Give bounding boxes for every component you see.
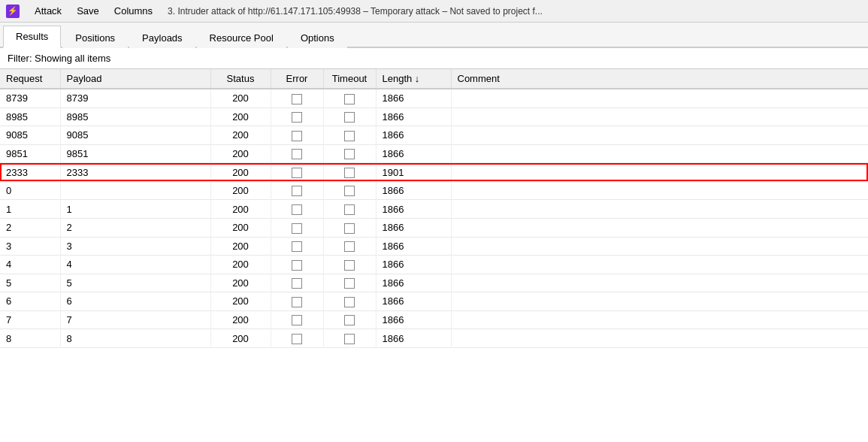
cell-comment (451, 107, 868, 126)
col-header-error[interactable]: Error (271, 69, 323, 89)
cell-request: 1 (0, 200, 60, 219)
cell-payload: 4 (60, 256, 210, 274)
tab-positions[interactable]: Positions (62, 27, 128, 48)
table-row[interactable]: 112001866 (0, 200, 868, 219)
cell-payload: 6 (60, 292, 210, 311)
table-row[interactable]: 898589852001866 (0, 107, 868, 126)
table-row[interactable]: 442001866 (0, 256, 868, 274)
cell-payload: 9851 (60, 144, 210, 163)
cell-timeout (323, 89, 376, 107)
cell-length: 1866 (376, 144, 451, 163)
cell-length: 1901 (376, 163, 451, 182)
cell-comment (451, 89, 868, 107)
filter-bar: Filter: Showing all items (0, 48, 868, 69)
cell-length: 1866 (376, 89, 451, 107)
cell-error (271, 126, 323, 145)
cell-error (271, 144, 323, 163)
cell-comment (451, 237, 868, 256)
cell-comment (451, 329, 868, 348)
cell-request: 2 (0, 218, 60, 237)
table-row[interactable]: 552001866 (0, 274, 868, 292)
table-row[interactable]: 222001866 (0, 218, 868, 237)
table-row[interactable]: 233323332001901 (0, 163, 868, 182)
col-header-length[interactable]: Length ↓ (376, 69, 451, 89)
cell-request: 5 (0, 274, 60, 292)
cell-length: 1866 (376, 126, 451, 145)
cell-timeout (323, 181, 376, 200)
cell-status: 200 (210, 181, 271, 200)
cell-length: 1866 (376, 329, 451, 348)
col-header-request[interactable]: Request (0, 69, 60, 89)
menu-attack[interactable]: Attack (29, 4, 68, 18)
cell-status: 200 (210, 292, 271, 311)
cell-payload: 1 (60, 200, 210, 219)
table-row[interactable]: 02001866 (0, 181, 868, 200)
cell-status: 200 (210, 163, 271, 182)
cell-error (271, 256, 323, 274)
cell-payload: 2333 (60, 163, 210, 182)
cell-length: 1866 (376, 107, 451, 126)
cell-status: 200 (210, 107, 271, 126)
cell-error (271, 107, 323, 126)
cell-payload: 8 (60, 329, 210, 348)
cell-request: 7 (0, 310, 60, 329)
table-row[interactable]: 985198512001866 (0, 144, 868, 163)
menu-bar: Attack Save Columns (29, 4, 159, 18)
cell-request: 8 (0, 329, 60, 348)
cell-length: 1866 (376, 200, 451, 219)
cell-timeout (323, 144, 376, 163)
results-table-container[interactable]: Request Payload Status Error Timeout Len… (0, 69, 868, 442)
window-title: 3. Intruder attack of http://61.147.171.… (168, 6, 862, 17)
cell-request: 6 (0, 292, 60, 311)
cell-timeout (323, 200, 376, 219)
tab-payloads[interactable]: Payloads (129, 27, 195, 48)
cell-length: 1866 (376, 237, 451, 256)
cell-timeout (323, 126, 376, 145)
cell-comment (451, 310, 868, 329)
table-row[interactable]: 332001866 (0, 237, 868, 256)
cell-comment (451, 274, 868, 292)
cell-payload: 3 (60, 237, 210, 256)
results-table: Request Payload Status Error Timeout Len… (0, 69, 868, 348)
table-row[interactable]: 908590852001866 (0, 126, 868, 145)
cell-error (271, 274, 323, 292)
cell-comment (451, 144, 868, 163)
cell-timeout (323, 310, 376, 329)
cell-comment (451, 200, 868, 219)
cell-length: 1866 (376, 274, 451, 292)
cell-timeout (323, 237, 376, 256)
col-header-timeout[interactable]: Timeout (323, 69, 376, 89)
cell-error (271, 200, 323, 219)
cell-status: 200 (210, 89, 271, 107)
table-row[interactable]: 662001866 (0, 292, 868, 311)
cell-request: 9085 (0, 126, 60, 145)
menu-columns[interactable]: Columns (108, 4, 159, 18)
table-row[interactable]: 873987392001866 (0, 89, 868, 107)
table-row[interactable]: 772001866 (0, 310, 868, 329)
cell-request: 8985 (0, 107, 60, 126)
cell-request: 9851 (0, 144, 60, 163)
cell-length: 1866 (376, 292, 451, 311)
col-header-comment[interactable]: Comment (451, 69, 868, 89)
tab-results[interactable]: Results (3, 26, 61, 48)
cell-timeout (323, 274, 376, 292)
cell-status: 200 (210, 144, 271, 163)
cell-payload: 7 (60, 310, 210, 329)
tab-options[interactable]: Options (288, 27, 347, 48)
cell-length: 1866 (376, 218, 451, 237)
cell-comment (451, 218, 868, 237)
cell-payload: 2 (60, 218, 210, 237)
cell-timeout (323, 163, 376, 182)
title-bar: ⚡ Attack Save Columns 3. Intruder attack… (0, 0, 868, 23)
col-header-status[interactable]: Status (210, 69, 271, 89)
menu-save[interactable]: Save (71, 4, 105, 18)
cell-error (271, 237, 323, 256)
cell-payload: 5 (60, 274, 210, 292)
cell-timeout (323, 256, 376, 274)
cell-error (271, 310, 323, 329)
col-header-payload[interactable]: Payload (60, 69, 210, 89)
tab-resource-pool[interactable]: Resource Pool (197, 27, 286, 48)
table-row[interactable]: 882001866 (0, 329, 868, 348)
cell-timeout (323, 329, 376, 348)
cell-comment (451, 181, 868, 200)
